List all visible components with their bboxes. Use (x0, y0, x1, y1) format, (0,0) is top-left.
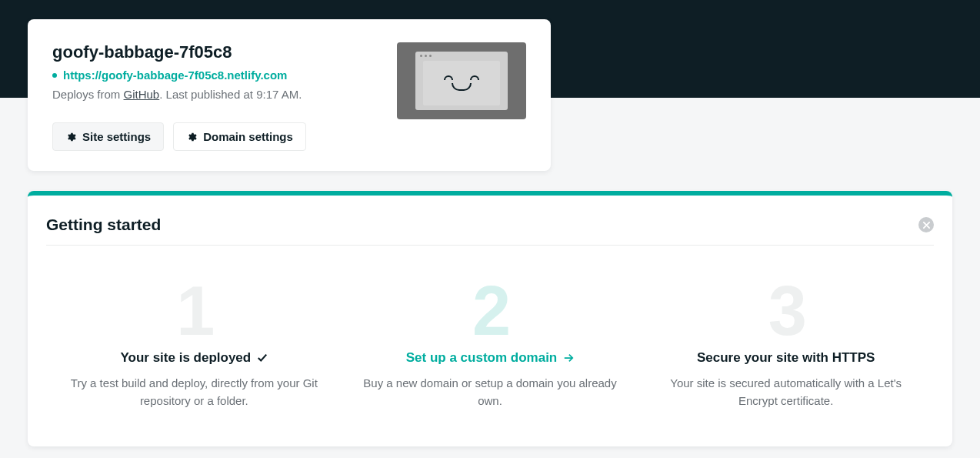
site-url-link[interactable]: https://goofy-babbage-7f05c8.netlify.com (63, 69, 287, 82)
step-2-heading-link[interactable]: Set up a custom domain (406, 350, 574, 366)
arrow-right-icon (563, 353, 574, 363)
check-icon (257, 353, 268, 363)
step-number: 2 (361, 276, 620, 346)
step-3-heading: Secure your site with HTTPS (697, 350, 875, 366)
step-1-desc: Try a test build and deploy, directly fr… (65, 375, 324, 410)
step-1-heading-text: Your site is deployed (120, 350, 251, 366)
site-settings-label: Site settings (82, 130, 151, 143)
close-icon (923, 222, 930, 229)
site-title: goofy-babbage-7f05c8 (52, 42, 382, 62)
deploy-source-link[interactable]: GitHub (124, 88, 160, 101)
gear-icon (65, 132, 76, 142)
step-2-desc: Buy a new domain or setup a domain you a… (361, 375, 620, 410)
step-3: 3 Secure your site with HTTPS Your site … (638, 276, 934, 410)
step-number: 1 (65, 276, 324, 346)
step-3-desc: Your site is secured automatically with … (656, 375, 915, 410)
deploy-meta: Deploys from GitHub. Last published at 9… (52, 88, 382, 101)
site-overview-card: goofy-babbage-7f05c8 https://goofy-babba… (28, 19, 551, 171)
step-2-heading-text: Set up a custom domain (406, 350, 557, 366)
step-2: 2 Set up a custom domain Buy a new domai… (342, 276, 638, 410)
step-1-heading: Your site is deployed (120, 350, 268, 366)
site-settings-button[interactable]: Site settings (52, 122, 164, 151)
getting-started-title: Getting started (46, 216, 161, 234)
site-thumbnail (397, 42, 526, 119)
browser-frame-icon (415, 52, 508, 110)
step-number: 3 (656, 276, 915, 346)
close-button[interactable] (918, 217, 934, 232)
deploy-suffix: . Last published at 9:17 AM. (159, 88, 302, 101)
domain-settings-button[interactable]: Domain settings (173, 122, 306, 151)
domain-settings-label: Domain settings (203, 130, 293, 143)
gear-icon (186, 132, 197, 142)
step-3-heading-text: Secure your site with HTTPS (697, 350, 875, 366)
status-dot-icon (52, 73, 57, 78)
getting-started-card: Getting started 1 Your site is deployed … (28, 191, 952, 446)
step-1: 1 Your site is deployed Try a test build… (46, 276, 342, 410)
deploy-prefix: Deploys from (52, 88, 124, 101)
